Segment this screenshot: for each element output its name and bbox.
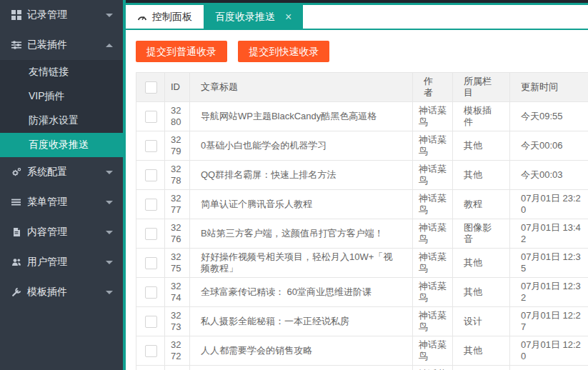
sidebar-item-label: 记录管理 bbox=[27, 9, 106, 21]
col-header-id: ID bbox=[165, 73, 190, 102]
sidebar-item-label: 模板插件 bbox=[27, 286, 106, 299]
row-checkbox[interactable] bbox=[145, 345, 157, 357]
sidebar-item-baidu-push[interactable]: 百度收录推送 bbox=[0, 133, 123, 157]
sidebar-subitem-label: 百度收录推送 bbox=[29, 139, 89, 151]
cell-id: 3274 bbox=[165, 278, 190, 307]
close-icon[interactable]: × bbox=[285, 11, 291, 23]
cell-time: 07月01日 12:27 bbox=[510, 307, 588, 336]
tab-dashboard[interactable]: 控制面板 bbox=[126, 5, 204, 29]
sidebar-item-anti-spam-settings[interactable]: 防灌水设置 bbox=[0, 109, 123, 133]
submit-fast-index-button[interactable]: 提交到快速收录 bbox=[238, 41, 329, 62]
row-checkbox[interactable] bbox=[145, 140, 157, 152]
row-checkbox[interactable] bbox=[145, 199, 157, 211]
chevron-down-icon bbox=[106, 291, 113, 294]
col-header-category: 所属栏目 bbox=[453, 73, 510, 102]
chevron-up-icon bbox=[106, 44, 113, 47]
sidebar-item-record-manage[interactable]: 记录管理 bbox=[0, 0, 123, 30]
table-row: 3274 全球富豪传记精读： 60堂商业思维进阶课 神话菜鸟 其他 07月01日… bbox=[136, 278, 588, 307]
sidebar-item-label: 已装插件 bbox=[27, 39, 106, 51]
cell-time: 07月01日 12:20 bbox=[510, 336, 588, 366]
col-header-time: 更新时间 bbox=[510, 73, 588, 102]
cell-id: 3277 bbox=[165, 190, 190, 219]
cell-author: 神话菜鸟 bbox=[413, 190, 453, 219]
cell-time: 07月01日 12: bbox=[510, 366, 588, 370]
cell-category: 其他 bbox=[453, 131, 510, 161]
cell-author: 神话菜鸟 bbox=[413, 131, 453, 161]
cell-category: 设计 bbox=[453, 307, 510, 336]
cell-id: 3273 bbox=[165, 307, 190, 336]
cell-id: 3280 bbox=[165, 102, 190, 131]
cell-title: B站第三方客户端，这颜值吊打官方客户端！ bbox=[190, 219, 413, 249]
cell-title: QQ群排名霸屏：快速上排名方法 bbox=[190, 161, 413, 190]
sidebar-item-label: 菜单管理 bbox=[27, 196, 106, 209]
cell-title: 40堂学习方法系统课，助你高速成长！ bbox=[190, 366, 413, 370]
tab-label: 百度收录推送 bbox=[215, 11, 275, 24]
col-header-title: 文章标题 bbox=[190, 73, 413, 102]
tab-bar: 控制面板 百度收录推送 × bbox=[126, 3, 588, 30]
main-area: 控制面板 百度收录推送 × 提交到普通收录 提交到快速收录 ID 文章标题 bbox=[126, 3, 588, 367]
table-row: 3272 人人都需要学会的销售攻略 神话菜鸟 其他 07月01日 12:20 bbox=[136, 336, 588, 366]
cell-title: 导航网站WP主题BlackCandy酷黑色高逼格 bbox=[190, 102, 413, 131]
sidebar-item-friend-links[interactable]: 友情链接 bbox=[0, 60, 123, 84]
cell-author: 神话菜鸟 bbox=[413, 102, 453, 131]
cell-category: 其他 bbox=[453, 336, 510, 366]
cell-category: 其他 bbox=[453, 161, 510, 190]
tab-baidu-push[interactable]: 百度收录推送 × bbox=[204, 5, 303, 29]
cell-author: 神话菜鸟 bbox=[413, 219, 453, 249]
cell-time: 07月01日 12:32 bbox=[510, 278, 588, 307]
sliders-icon bbox=[11, 40, 27, 50]
submit-normal-index-button[interactable]: 提交到普通收录 bbox=[136, 41, 227, 62]
sidebar-item-content-manage[interactable]: 内容管理 bbox=[0, 217, 123, 247]
chevron-down-icon bbox=[106, 14, 113, 17]
table-row: 3280 导航网站WP主题BlackCandy酷黑色高逼格 神话菜鸟 模板插件 … bbox=[136, 102, 588, 131]
tab-content: 提交到普通收录 提交到快速收录 ID 文章标题 作者 所属栏目 更新时间 bbox=[126, 30, 588, 370]
cell-category: 其他 bbox=[453, 366, 510, 370]
row-checkbox[interactable] bbox=[145, 316, 157, 328]
row-checkbox[interactable] bbox=[145, 286, 157, 299]
cell-title: 全球富豪传记精读： 60堂商业思维进阶课 bbox=[190, 278, 413, 307]
wrench-icon bbox=[11, 287, 27, 297]
sidebar-item-user-manage[interactable]: 用户管理 bbox=[0, 247, 123, 277]
cell-author: 神话菜鸟 bbox=[413, 366, 453, 370]
menu-icon bbox=[11, 197, 27, 207]
cell-author: 神话菜鸟 bbox=[413, 278, 453, 307]
sidebar-item-vip-plugin[interactable]: VIP插件 bbox=[0, 84, 123, 109]
sidebar: 记录管理 已装插件 友情链接 VIP插件 防灌水设置 百度收录推送 系统配置 bbox=[0, 0, 123, 370]
cell-author: 神话菜鸟 bbox=[413, 307, 453, 336]
cell-title: 人人都需要学会的销售攻略 bbox=[190, 336, 413, 366]
col-header-author: 作者 bbox=[413, 73, 453, 102]
chevron-down-icon bbox=[106, 231, 113, 234]
table-row: 3279 0基础小白也能学会的机器学习 神话菜鸟 其他 今天00:06 bbox=[136, 131, 588, 161]
cell-category: 图像影音 bbox=[453, 219, 510, 249]
gauge-icon bbox=[137, 12, 147, 22]
row-checkbox[interactable] bbox=[145, 169, 157, 181]
cell-author: 神话菜鸟 bbox=[413, 249, 453, 278]
row-checkbox[interactable] bbox=[145, 111, 157, 123]
chevron-down-icon bbox=[106, 261, 113, 264]
table-row: 3277 简单认证个腾讯音乐人教程 神话菜鸟 教程 07月01日 23:20 bbox=[136, 190, 588, 219]
users-icon bbox=[11, 257, 27, 267]
sidebar-item-installed-plugins[interactable]: 已装插件 bbox=[0, 30, 123, 60]
sidebar-accent-line bbox=[123, 0, 126, 370]
row-checkbox[interactable] bbox=[145, 228, 157, 240]
table-row: 3276 B站第三方客户端，这颜值吊打官方客户端！ 神话菜鸟 图像影音 07月0… bbox=[136, 219, 588, 249]
cell-id: 3278 bbox=[165, 161, 190, 190]
cell-title: 简单认证个腾讯音乐人教程 bbox=[190, 190, 413, 219]
grid-icon bbox=[11, 10, 27, 20]
cell-title: 0基础小白也能学会的机器学习 bbox=[190, 131, 413, 161]
file-icon bbox=[11, 227, 27, 237]
sidebar-item-template-plugin[interactable]: 模板插件 bbox=[0, 277, 123, 307]
select-all-checkbox[interactable] bbox=[145, 81, 157, 94]
cell-time: 07月01日 13:42 bbox=[510, 219, 588, 249]
sidebar-item-system-config[interactable]: 系统配置 bbox=[0, 157, 123, 187]
row-checkbox[interactable] bbox=[145, 257, 157, 269]
cell-id: 3276 bbox=[165, 219, 190, 249]
tab-label: 控制面板 bbox=[152, 11, 192, 24]
sidebar-subitem-label: 友情链接 bbox=[29, 66, 69, 79]
cell-author: 神话菜鸟 bbox=[413, 336, 453, 366]
sidebar-item-menu-manage[interactable]: 菜单管理 bbox=[0, 187, 123, 217]
articles-table: ID 文章标题 作者 所属栏目 更新时间 3280 导航网站WP主题BlackC… bbox=[136, 72, 588, 370]
table-row: 3273 私人摄影全能秘籍：一本正经说私房 神话菜鸟 设计 07月01日 12:… bbox=[136, 307, 588, 336]
cell-time: 今天00:03 bbox=[510, 161, 588, 190]
cell-time: 07月01日 12:35 bbox=[510, 249, 588, 278]
